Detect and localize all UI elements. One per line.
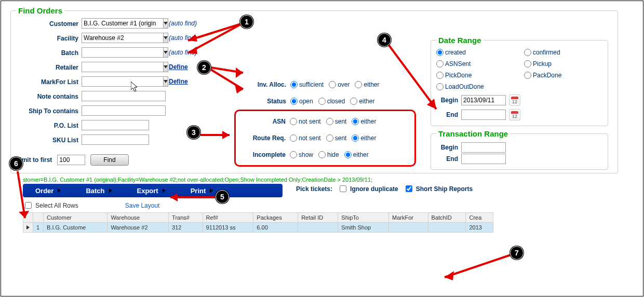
- daterange-end-input[interactable]: [461, 110, 506, 120]
- daterange-pickup-label: Pickup: [533, 60, 552, 68]
- retailer-dropdown[interactable]: [164, 62, 168, 72]
- routereq-sent-radio[interactable]: [326, 134, 333, 142]
- invalloc-either-label: either: [364, 81, 379, 88]
- mid-filters: Inv. Alloc. sufficient over either Statu…: [239, 40, 416, 167]
- routereq-either-radio[interactable]: [352, 134, 359, 142]
- customer-input[interactable]: [82, 18, 164, 29]
- grid-header-warehouse[interactable]: Warehouse: [108, 213, 169, 223]
- menu-export[interactable]: Export: [125, 184, 178, 197]
- results-grid: Customer Warehouse Trans# Ref# Packages …: [23, 212, 493, 233]
- asn-either-radio[interactable]: [352, 118, 359, 125]
- grid-row[interactable]: 1 B.I.G. Custome Warehouse #2 312 911201…: [23, 223, 493, 233]
- highlight-box: ASN not sent sent either Route Req. not …: [234, 110, 416, 167]
- markfor-input[interactable]: [82, 76, 164, 87]
- facility-dropdown[interactable]: [164, 33, 168, 43]
- status-either-radio[interactable]: [350, 98, 357, 105]
- search-criteria-summary: stomer=B.I.G. Customer #1 (original);Fac…: [23, 177, 634, 183]
- status-open-radio[interactable]: [290, 98, 298, 105]
- find-orders-fieldset: Find Orders Customer (auto find) Facilit…: [10, 6, 618, 173]
- batch-input[interactable]: [82, 47, 164, 58]
- menu-batch[interactable]: Batch: [73, 184, 124, 197]
- status-open-label: open: [299, 98, 313, 105]
- grid-header-packages[interactable]: Packages: [253, 213, 298, 223]
- callout-1: 1: [240, 15, 253, 29]
- asn-sent-radio[interactable]: [326, 118, 333, 125]
- daterange-asnsent-radio[interactable]: [436, 60, 444, 68]
- grid-header-crea[interactable]: Crea: [466, 213, 493, 223]
- grid-header-num[interactable]: [33, 213, 44, 223]
- daterange-pickup-radio[interactable]: [524, 60, 531, 68]
- daterange-loadoutdone-label: LoadOutDone: [445, 83, 484, 90]
- svg-marker-0: [164, 22, 168, 25]
- incomplete-show-radio[interactable]: [290, 151, 297, 158]
- incomplete-either-radio[interactable]: [344, 151, 352, 158]
- limit-input[interactable]: [57, 155, 85, 165]
- grid-header-customer[interactable]: Customer: [44, 213, 108, 223]
- markfor-dropdown[interactable]: [164, 76, 168, 87]
- grid-header-trans[interactable]: Trans#: [169, 213, 203, 223]
- invalloc-either-radio[interactable]: [355, 81, 362, 88]
- chevron-right-icon: [26, 225, 30, 230]
- customer-label: Customer: [16, 19, 78, 28]
- grid-row-selector[interactable]: [23, 223, 33, 233]
- menu-export-label: Export: [137, 187, 158, 195]
- status-closed-radio[interactable]: [318, 98, 326, 105]
- markfor-define-link[interactable]: Define: [169, 78, 188, 85]
- batch-autofind[interactable]: (auto find): [169, 49, 197, 56]
- asn-sent-label: sent: [335, 118, 347, 125]
- grid-header-ref[interactable]: Ref#: [203, 213, 253, 223]
- trans-end-input[interactable]: [461, 154, 506, 164]
- incomplete-show-label: show: [299, 151, 313, 158]
- invalloc-sufficient-radio[interactable]: [290, 81, 298, 88]
- shipto-input[interactable]: [82, 105, 166, 116]
- daterange-asnsent-label: ASNSent: [445, 60, 471, 68]
- select-all-rows-checkbox[interactable]: [25, 202, 32, 209]
- incomplete-hide-label: hide: [327, 151, 339, 158]
- retailer-label: Retailer: [16, 63, 78, 71]
- facility-autofind[interactable]: (auto find): [169, 34, 197, 42]
- sku-input[interactable]: [82, 134, 149, 145]
- find-orders-legend: Find Orders: [16, 6, 64, 15]
- retailer-define-link[interactable]: Define: [169, 63, 188, 71]
- find-button[interactable]: Find: [90, 154, 128, 166]
- asn-notsent-radio[interactable]: [290, 118, 297, 125]
- customer-autofind[interactable]: (auto find): [169, 20, 197, 27]
- calendar-icon[interactable]: [509, 95, 520, 106]
- daterange-created-radio[interactable]: [436, 49, 444, 56]
- save-layout-link[interactable]: Save Layout: [125, 202, 160, 209]
- svg-marker-1: [164, 36, 168, 39]
- invalloc-over-radio[interactable]: [329, 81, 336, 88]
- short-ship-checkbox[interactable]: [406, 185, 412, 192]
- grid-header-shipto[interactable]: ShipTo: [338, 213, 389, 223]
- sku-label: SKU List: [16, 136, 78, 144]
- incomplete-hide-radio[interactable]: [318, 151, 326, 158]
- daterange-packdone-radio[interactable]: [524, 72, 531, 79]
- grid-header-retailid[interactable]: Retail ID: [298, 213, 338, 223]
- facility-input[interactable]: [82, 33, 164, 43]
- callout-4: 4: [378, 33, 391, 47]
- svg-marker-4: [164, 80, 168, 83]
- routereq-notsent-radio[interactable]: [290, 134, 297, 142]
- daterange-confirmed-radio[interactable]: [524, 49, 531, 56]
- ignore-duplicate-checkbox[interactable]: [340, 185, 346, 192]
- trans-begin-label: Begin: [436, 144, 458, 151]
- status-label: Status: [239, 98, 286, 105]
- invalloc-over-label: over: [338, 81, 350, 88]
- customer-dropdown[interactable]: [164, 18, 168, 29]
- retailer-input[interactable]: [82, 62, 164, 72]
- grid-header-markfor[interactable]: MarkFor: [389, 213, 428, 223]
- chevron-right-icon: [58, 188, 61, 193]
- daterange-created-label: created: [445, 49, 466, 56]
- grid-header-batchid[interactable]: BatchID: [428, 213, 466, 223]
- callout-2: 2: [197, 61, 211, 74]
- daterange-begin-input[interactable]: [461, 95, 506, 105]
- menu-order[interactable]: Order: [23, 184, 73, 197]
- batch-dropdown[interactable]: [164, 47, 168, 58]
- daterange-loadoutdone-radio[interactable]: [436, 83, 444, 90]
- note-input[interactable]: [82, 91, 166, 101]
- grid-header-selector[interactable]: [23, 213, 33, 223]
- daterange-pickdone-radio[interactable]: [436, 72, 444, 79]
- calendar-icon[interactable]: [509, 109, 520, 120]
- po-input[interactable]: [82, 120, 149, 130]
- trans-begin-input[interactable]: [461, 142, 506, 153]
